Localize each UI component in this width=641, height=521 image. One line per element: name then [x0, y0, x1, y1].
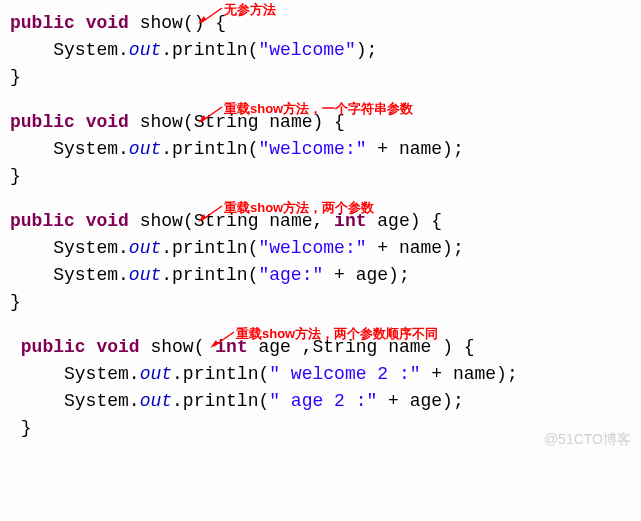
code-line: public void show() { System.out.println(…: [10, 10, 631, 91]
code-line: public void show(String name, int age) {…: [10, 208, 631, 316]
annotation-3: 重载show方法，两个参数: [224, 198, 374, 218]
watermark: @51CTO博客: [544, 429, 631, 450]
code-block-2: 重载show方法，一个字符串参数 public void show(String…: [10, 109, 631, 190]
code-line: public void show(String name) { System.o…: [10, 109, 631, 190]
annotation-2: 重载show方法，一个字符串参数: [224, 99, 413, 119]
code-line: public void show( int age ,String name )…: [10, 334, 631, 442]
code-block-4: 重载show方法，两个参数顺序不同 public void show( int …: [10, 334, 631, 442]
annotation-1: 无参方法: [224, 0, 276, 20]
code-block-1: 无参方法 public void show() { System.out.pri…: [10, 10, 631, 91]
code-block-3: 重载show方法，两个参数 public void show(String na…: [10, 208, 631, 316]
annotation-4: 重载show方法，两个参数顺序不同: [236, 324, 438, 344]
